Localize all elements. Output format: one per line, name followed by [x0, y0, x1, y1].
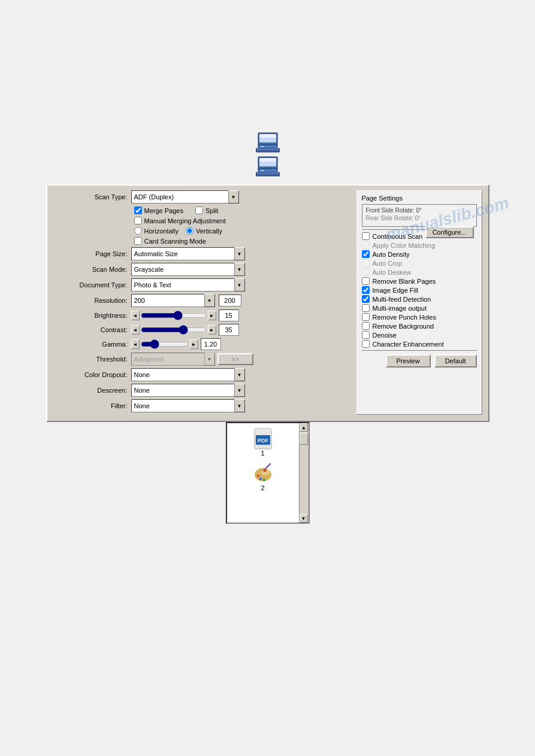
file-item-1[interactable]: PDF 1 [252, 428, 274, 457]
remove-background-label: Remove Background [373, 323, 434, 330]
scan-type-control: ADF (Duplex) ADF (Simplex) Flatbed [131, 190, 352, 204]
multifeed-detection-checkbox[interactable] [362, 295, 370, 303]
vertically-radio[interactable]: Vertically [186, 227, 222, 235]
remove-background-checkbox[interactable] [362, 322, 370, 330]
contrast-left-btn[interactable]: ◄ [131, 325, 140, 335]
descreen-label: Descreen: [53, 387, 131, 394]
denoise-checkbox[interactable] [362, 331, 370, 339]
descreen-select-wrapper[interactable]: None Magazine Newspaper [131, 384, 245, 397]
brightness-left-btn[interactable]: ◄ [131, 311, 140, 320]
remove-punch-holes-label: Remove Punch Holes [373, 314, 436, 321]
contrast-right-btn[interactable]: ► [208, 325, 216, 335]
document-type-select-wrapper[interactable]: Photo & Text Text Photo [131, 278, 245, 292]
page-size-select-wrapper[interactable]: Automatic Size A4 Letter [131, 247, 245, 260]
brightness-slider[interactable] [141, 311, 207, 320]
brightness-value-input[interactable] [219, 309, 239, 321]
threshold-control: Advanced >> [131, 353, 352, 366]
document-type-select[interactable]: Photo & Text Text Photo [131, 278, 245, 292]
scan-mode-label: Scan Mode: [53, 266, 131, 273]
auto-crop-checkbox [362, 259, 370, 267]
contrast-slider[interactable] [141, 325, 207, 335]
auto-density-checkbox-row: Auto Density [362, 250, 477, 258]
configure-button[interactable]: Configure... [425, 226, 474, 238]
gamma-left-btn[interactable]: ◄ [131, 339, 140, 349]
file-item-2[interactable]: 2 [252, 463, 274, 491]
file-browser-scrollbar[interactable]: ▲ ▼ [299, 423, 309, 523]
page-size-control: Automatic Size A4 Letter [131, 247, 352, 260]
threshold-row: Threshold: Advanced >> [53, 353, 352, 366]
svg-rect-4 [261, 146, 264, 147]
character-enhancement-checkbox-row: Character Enhancement [362, 340, 477, 348]
brightness-right-btn[interactable]: ► [208, 311, 216, 320]
brightness-label: Brightness: [53, 312, 131, 319]
auto-density-label: Auto Density [373, 251, 410, 258]
contrast-value-input[interactable] [219, 324, 239, 336]
svg-rect-15 [255, 429, 271, 433]
continuous-scan-checkbox[interactable] [362, 232, 370, 240]
threshold-select: Advanced [131, 353, 215, 366]
svg-rect-13 [257, 172, 279, 174]
remove-punch-holes-checkbox[interactable] [362, 313, 370, 321]
split-checkbox[interactable]: Split [195, 207, 218, 214]
orientation-row: Horizontally Vertically [53, 227, 352, 235]
page-size-select[interactable]: Automatic Size A4 Letter [131, 247, 245, 260]
resolution-row: Resolution: 200 150 300 600 [53, 294, 352, 307]
gamma-row: Gamma: ◄ ► [53, 338, 352, 350]
card-scanning-checkbox[interactable]: Card Scanning Mode [134, 237, 206, 245]
scan-mode-select-wrapper[interactable]: Grayscale Color Black & White [131, 263, 245, 276]
scrollbar-up-btn[interactable]: ▲ [300, 423, 308, 432]
character-enhancement-checkbox[interactable] [362, 340, 370, 348]
remove-blank-pages-checkbox-row: Remove Blank Pages [362, 277, 477, 285]
gamma-value-input[interactable] [201, 338, 221, 350]
document-type-row: Document Type: Photo & Text Text Photo [53, 278, 352, 292]
auto-crop-label: Auto Crop [373, 260, 403, 267]
filter-label: Filter: [53, 402, 131, 409]
scan-mode-select[interactable]: Grayscale Color Black & White [131, 263, 245, 276]
auto-deskew-label: Auto Deskew [373, 269, 412, 276]
multi-image-output-checkbox-row: Multi-image output [362, 304, 477, 312]
scan-type-select-wrapper[interactable]: ADF (Duplex) ADF (Simplex) Flatbed [131, 190, 239, 204]
multifeed-detection-label: Multi-feed Detection [373, 296, 431, 303]
gamma-right-btn[interactable]: ► [190, 339, 198, 349]
scrollbar-thumb[interactable] [300, 433, 308, 445]
front-rotate-label: Front Side Rotate: 0° [365, 207, 474, 214]
scan-type-row: Scan Type: ADF (Duplex) ADF (Simplex) Fl… [53, 190, 352, 204]
remove-blank-pages-checkbox[interactable] [362, 277, 370, 285]
resolution-value-input[interactable] [219, 294, 241, 306]
default-button[interactable]: Default [434, 354, 477, 368]
resolution-select-wrapper[interactable]: 200 150 300 600 [131, 294, 215, 307]
scan-type-select[interactable]: ADF (Duplex) ADF (Simplex) Flatbed [131, 190, 239, 204]
file-browser[interactable]: PDF 1 [226, 422, 310, 524]
svg-point-29 [267, 477, 269, 479]
manual-merging-checkbox[interactable]: Manual Merging Adjustment [134, 217, 226, 224]
descreen-select[interactable]: None Magazine Newspaper [131, 384, 245, 397]
file-browser-area: PDF 1 [0, 422, 535, 524]
scrollbar-down-btn[interactable]: ▼ [300, 514, 308, 523]
gamma-slider[interactable] [141, 339, 189, 349]
file-item-2-label: 2 [261, 484, 264, 491]
filter-select-wrapper[interactable]: None Sharpen Blur [131, 399, 245, 412]
image-edge-fill-checkbox-row: Image Edge Fill [362, 286, 477, 294]
card-scanning-row: Card Scanning Mode [53, 237, 352, 245]
file-item-1-label: 1 [261, 450, 264, 457]
multifeed-detection-checkbox-row: Multi-feed Detection [362, 295, 477, 303]
filter-select[interactable]: None Sharpen Blur [131, 399, 245, 412]
auto-density-checkbox[interactable] [362, 250, 370, 258]
multi-image-output-checkbox[interactable] [362, 304, 370, 312]
svg-point-25 [263, 469, 267, 472]
color-dropout-select-wrapper[interactable]: None Red Green Blue [131, 368, 245, 381]
image-edge-fill-label: Image Edge Fill [373, 287, 418, 294]
preview-button[interactable]: Preview [386, 354, 431, 368]
remove-punch-holes-checkbox-row: Remove Punch Holes [362, 313, 477, 321]
bottom-buttons: Preview Default [362, 354, 477, 368]
paint-icon [252, 463, 274, 484]
svg-text:PDF: PDF [258, 438, 269, 444]
scan-type-label: Scan Type: [53, 193, 131, 201]
image-edge-fill-checkbox[interactable] [362, 286, 370, 294]
merge-split-checkboxes: Merge Pages Split [134, 207, 226, 214]
merge-pages-checkbox[interactable]: Merge Pages [134, 207, 183, 214]
horizontally-radio[interactable]: Horizontally [134, 227, 179, 235]
threshold-advanced-btn: >> [217, 353, 253, 365]
color-dropout-select[interactable]: None Red Green Blue [131, 368, 245, 381]
resolution-select[interactable]: 200 150 300 600 [131, 294, 215, 307]
